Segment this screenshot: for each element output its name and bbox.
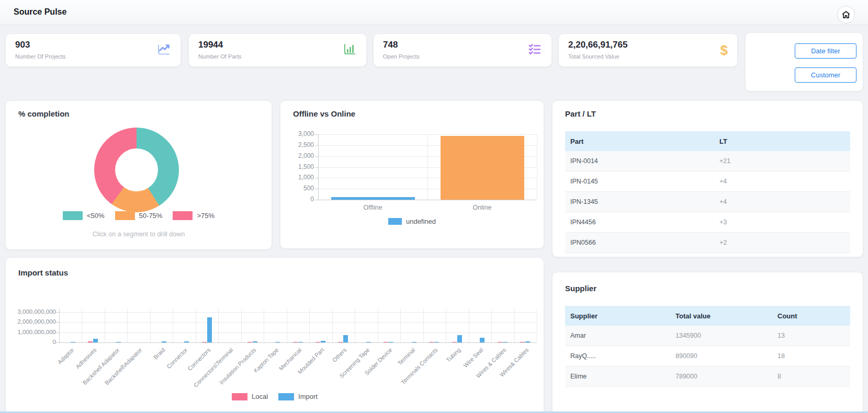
bar-local[interactable] — [384, 342, 388, 342]
v-gridline — [446, 309, 446, 342]
v-gridline — [469, 309, 469, 342]
bar-local[interactable] — [315, 342, 320, 342]
x-tick-label: Braid — [152, 347, 166, 361]
legend-item[interactable]: Import — [278, 393, 318, 400]
bar-import[interactable] — [457, 335, 462, 342]
column-header: Total value — [670, 312, 772, 320]
table-cell: +2 — [714, 239, 850, 246]
bar-online[interactable] — [441, 136, 524, 200]
h-gridline — [59, 322, 537, 323]
legend-swatch — [115, 211, 135, 220]
table-row[interactable]: IPN0566+2 — [565, 233, 850, 253]
table-row[interactable]: IPN4456+3 — [565, 212, 850, 233]
bar-import[interactable] — [298, 342, 303, 342]
y-tick-label: 0 — [288, 196, 314, 203]
legend-item[interactable]: 50-75% — [115, 211, 163, 220]
donut-hole — [115, 148, 158, 191]
kpi-label: Number Of Projects — [15, 53, 66, 60]
checklist-icon — [527, 42, 542, 59]
topbar: Source Pulse — [0, 0, 868, 25]
table-row[interactable]: Amar134590013 — [565, 326, 850, 346]
legend-swatch — [388, 218, 402, 225]
bar-local[interactable] — [247, 342, 252, 342]
completion-title: % completion — [18, 109, 70, 118]
bar-local[interactable] — [202, 342, 207, 342]
bar-import[interactable] — [275, 342, 280, 342]
v-gridline — [378, 309, 378, 342]
bar-local[interactable] — [88, 341, 93, 342]
offline-online-legend: undefined — [280, 217, 544, 225]
dashboard-page: Source Pulse 903 Number Of Projects 1994… — [0, 0, 868, 413]
bar-import[interactable] — [525, 341, 530, 342]
bar-local[interactable] — [452, 342, 457, 342]
bar-import[interactable] — [503, 342, 508, 342]
legend-item[interactable]: undefined — [388, 217, 436, 225]
table-row[interactable]: IPN-1345+4 — [565, 192, 850, 212]
kpi-value: 2,20,66,91,765 — [568, 40, 627, 50]
v-gridline — [423, 309, 424, 342]
v-gridline — [514, 309, 515, 342]
h-gridline — [59, 312, 537, 313]
kpi-card-projects: 903 Number Of Projects — [5, 33, 181, 67]
bar-import[interactable] — [343, 335, 348, 342]
bar-offline[interactable] — [331, 197, 415, 200]
import-status-title: Import status — [18, 268, 68, 277]
table-row[interactable]: IPN-0014+21 — [565, 151, 850, 171]
import-status-legend: LocalImport — [6, 393, 544, 400]
x-axis — [59, 342, 537, 343]
import-status-card: Import status 01,000,000,0002,000,000,00… — [5, 257, 544, 413]
legend-swatch — [278, 393, 294, 400]
bar-import[interactable] — [321, 341, 325, 342]
table-cell: 18 — [772, 352, 850, 360]
home-button[interactable] — [837, 6, 855, 24]
bar-import[interactable] — [162, 341, 166, 342]
table-row[interactable]: Elime7890008 — [565, 366, 850, 387]
table-row[interactable]: RayQ.....89009018 — [565, 346, 850, 366]
table-cell: Elime — [565, 373, 670, 380]
bar-import[interactable] — [253, 341, 257, 342]
bar-local[interactable] — [293, 342, 298, 342]
bar-import[interactable] — [480, 338, 484, 342]
v-gridline — [287, 309, 287, 342]
customer-filter-button[interactable]: Customer — [795, 67, 856, 83]
table-cell: IPN4456 — [565, 219, 714, 226]
kpi-value: 903 — [15, 40, 30, 50]
kpi-card-parts: 19944 Number Of Parts — [188, 33, 367, 67]
completion-note: Click on a segment to drill down — [6, 231, 272, 238]
kpi-label: Number Of Parts — [198, 53, 242, 60]
bar-import[interactable] — [71, 342, 75, 342]
bar-local[interactable] — [429, 342, 434, 342]
x-axis — [318, 200, 537, 200]
legend-item[interactable]: <50% — [63, 211, 105, 220]
table-row[interactable]: IPN-0145+4 — [565, 171, 850, 192]
completion-card: % completion <50%50-75%>75% Click on a s… — [5, 100, 272, 250]
legend-label: undefined — [406, 217, 436, 225]
table-cell: +4 — [714, 198, 850, 205]
supplier-header-row: SupplierTotal valueCount — [565, 306, 850, 326]
bar-import[interactable] — [93, 339, 98, 342]
kpi-label: Total Sourced Value — [568, 53, 619, 60]
bar-import[interactable] — [412, 342, 416, 342]
bar-import[interactable] — [434, 342, 439, 342]
y-tick-label: 2,000,000,000 — [7, 318, 56, 325]
table-cell: +21 — [714, 157, 850, 165]
bar-import[interactable] — [366, 342, 371, 342]
legend-item[interactable]: >75% — [173, 211, 215, 220]
home-icon — [841, 10, 851, 19]
bar-import[interactable] — [207, 317, 212, 342]
offline-online-card: Offline vs Online 05001,0001,5002,0002,5… — [280, 100, 544, 249]
y-axis — [59, 309, 60, 342]
supplier-title: Supplier — [565, 284, 596, 293]
bar-import[interactable] — [389, 342, 393, 342]
bar-import[interactable] — [184, 341, 189, 342]
column-header: Part — [565, 137, 714, 145]
x-tick-label: Wire Seal — [463, 347, 484, 369]
bar-import[interactable] — [116, 342, 121, 342]
y-tick-label: 0 — [7, 339, 56, 345]
bar-local[interactable] — [498, 342, 502, 342]
legend-item[interactable]: Local — [232, 393, 268, 400]
date-filter-button[interactable]: Date filter — [795, 43, 856, 59]
bar-local[interactable] — [338, 342, 343, 342]
bar-local[interactable] — [520, 342, 525, 342]
v-gridline — [105, 309, 105, 342]
